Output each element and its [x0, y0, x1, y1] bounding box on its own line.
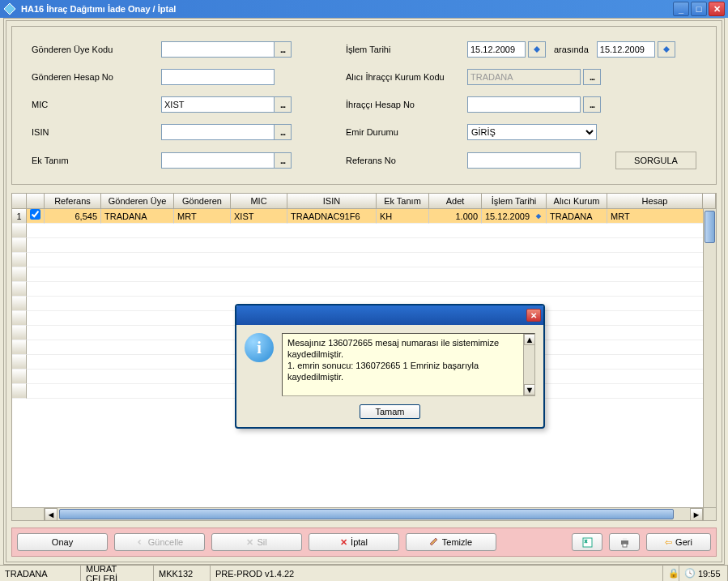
broom-icon	[430, 538, 439, 547]
col-gonderen-uye[interactable]: Gönderen Üye	[101, 194, 174, 208]
isin-label: ISIN	[32, 127, 161, 137]
sorgula-button[interactable]: SORGULA	[615, 152, 696, 169]
cell-mic: XIST	[231, 209, 287, 224]
minimize-button[interactable]: _	[673, 2, 689, 16]
status-user: TRADANA	[0, 566, 81, 581]
col-ek[interactable]: Ek Tanım	[377, 194, 429, 208]
iptal-button[interactable]: ✕İptal	[309, 533, 399, 551]
titlebar: HA16 İhraç Dağıtımı İade Onay / İptal _ …	[0, 0, 728, 18]
cell-tarih: 15.12.2009	[482, 209, 547, 224]
arasinda-label: arasında	[554, 45, 589, 54]
cell-ek: KH	[377, 209, 429, 224]
gonderen-hesap-no-input[interactable]	[161, 69, 275, 85]
col-mic[interactable]: MIC	[231, 194, 287, 208]
scroll-up-button[interactable]: ▲	[524, 334, 535, 345]
row-number-cell: 1	[12, 209, 27, 224]
ihr-hesap-no-lookup-button[interactable]: ...	[583, 96, 601, 113]
maximize-button[interactable]: □	[691, 2, 707, 16]
islem-tarihi-from-input[interactable]	[467, 41, 526, 58]
mic-input[interactable]	[161, 96, 275, 113]
alici-kurum-label: Alıcı İhraççı Kurum Kodu	[346, 72, 467, 82]
col-adet[interactable]: Adet	[429, 194, 482, 208]
cell-isin: TRAADNAC91F6	[287, 209, 377, 224]
spreadsheet-icon	[582, 537, 593, 548]
ek-tanim-input[interactable]	[161, 152, 275, 169]
svg-marker-0	[4, 3, 15, 15]
svg-marker-2	[663, 46, 670, 53]
info-dialog: ✕ i Mesajınız 136072665 mesaj numarası i…	[235, 304, 545, 429]
app-icon	[3, 2, 16, 15]
filter-form: Gönderen Üye Kodu ... İşlem Tarihi arası…	[11, 26, 717, 185]
grid-horizontal-scrollbar[interactable]: ◄ ►	[12, 507, 716, 520]
mic-lookup-button[interactable]: ...	[274, 96, 292, 113]
col-gonderen[interactable]: Gönderen	[174, 194, 231, 208]
col-alici[interactable]: Alıcı Kurum	[547, 194, 607, 208]
dialog-scrollbar[interactable]: ▲ ▼	[523, 334, 534, 395]
cell-referans: 6,545	[45, 209, 101, 224]
table-row[interactable]: 1 6,545 TRADANA MRT XIST TRAADNAC91F6 KH…	[12, 209, 716, 224]
scroll-left-button[interactable]: ◄	[45, 508, 57, 521]
svg-marker-1	[534, 46, 540, 53]
col-rownum	[12, 194, 27, 208]
print-button[interactable]	[609, 533, 640, 551]
islem-tarihi-from-cal-button[interactable]	[528, 41, 546, 58]
onay-button[interactable]: Onay	[17, 533, 108, 551]
col-referans[interactable]: Referans	[45, 194, 101, 208]
info-icon: i	[245, 333, 274, 362]
col-scroll-gap	[703, 194, 716, 208]
alici-kurum-input	[467, 69, 581, 85]
col-tarih[interactable]: İşlem Tarihi	[482, 194, 547, 208]
dialog-message-box: Mesajınız 136072665 mesaj numarası ile s…	[282, 333, 535, 396]
back-icon: ⇦	[665, 537, 672, 548]
isin-input[interactable]	[161, 124, 275, 140]
ek-tanim-lookup-button[interactable]: ...	[274, 152, 292, 169]
calendar-icon	[534, 212, 543, 220]
gonderen-uye-kodu-label: Gönderen Üye Kodu	[32, 45, 161, 54]
excel-button[interactable]	[572, 533, 602, 551]
ihr-hesap-no-label: İhraççı Hesap No	[346, 100, 467, 109]
ihr-hesap-no-input[interactable]	[467, 96, 581, 113]
close-button[interactable]: ✕	[709, 2, 725, 16]
referans-no-label: Referans No	[346, 156, 467, 165]
col-hesap[interactable]: Hesap	[607, 194, 703, 208]
islem-tarihi-to-cal-button[interactable]	[658, 41, 675, 58]
dialog-ok-button[interactable]: Tamam	[360, 404, 419, 419]
cell-hesap: MRT	[607, 209, 716, 224]
col-check	[27, 194, 45, 208]
islem-tarihi-to-input[interactable]	[597, 41, 655, 58]
referans-no-input[interactable]	[467, 152, 581, 169]
svg-rect-6	[623, 538, 627, 540]
action-bar: Onay Güncelle ✕Sil ✕İptal Temizle ⇦Geri	[11, 528, 717, 557]
gonderen-uye-kodu-lookup-button[interactable]: ...	[274, 41, 292, 58]
dialog-msg-line1: Mesajınız 136072665 mesaj numarası ile s…	[287, 337, 518, 360]
scroll-right-button[interactable]: ►	[690, 508, 703, 521]
scroll-down-button[interactable]: ▼	[524, 384, 535, 395]
cell-gonderen-uye: TRADANA	[101, 209, 174, 224]
col-isin[interactable]: ISIN	[287, 194, 377, 208]
guncelle-button: Güncelle	[114, 533, 205, 551]
temizle-button[interactable]: Temizle	[406, 533, 496, 551]
cell-adet: 1.000	[429, 209, 482, 224]
dialog-close-button[interactable]: ✕	[526, 309, 541, 322]
row-check-cell[interactable]	[27, 209, 45, 224]
window-title: HA16 İhraç Dağıtımı İade Onay / İptal	[21, 4, 673, 14]
grid-vertical-scrollbar[interactable]	[703, 209, 716, 507]
emir-durumu-label: Emir Durumu	[346, 127, 467, 137]
grid-header-row: Referans Gönderen Üye Gönderen MIC ISIN …	[12, 194, 716, 209]
status-version: PRE-PROD v1.4.22	[211, 566, 663, 581]
status-name: MURAT ÇELEBİ	[81, 566, 154, 581]
isin-lookup-button[interactable]: ...	[274, 124, 292, 140]
row-checkbox[interactable]	[30, 209, 40, 220]
geri-button[interactable]: ⇦Geri	[646, 533, 711, 551]
gonderen-uye-kodu-input[interactable]	[161, 41, 275, 58]
emir-durumu-select[interactable]: GİRİŞ	[467, 124, 597, 140]
alici-kurum-lookup-button[interactable]: ...	[583, 69, 601, 85]
islem-tarihi-label: İşlem Tarihi	[346, 45, 467, 54]
x-icon: ✕	[340, 537, 347, 548]
cell-gonderen: MRT	[174, 209, 231, 224]
status-time: 🕓19:55	[679, 566, 728, 581]
svg-rect-7	[623, 544, 627, 547]
status-code: MKK132	[154, 566, 211, 581]
x-icon: ✕	[246, 537, 253, 548]
dialog-msg-line2: 1. emrin sonucu: 136072665 1 Emriniz baş…	[287, 360, 518, 382]
